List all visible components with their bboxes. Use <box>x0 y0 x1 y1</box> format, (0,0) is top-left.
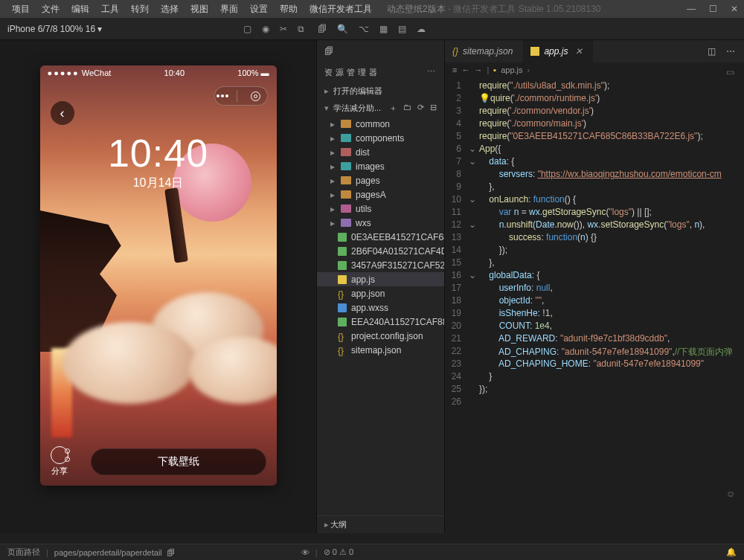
file-2B6F04A015271CAF4D...[interactable]: 2B6F04A015271CAF4D... <box>317 244 444 258</box>
menu-工具[interactable]: 工具 <box>95 1 125 17</box>
record-icon[interactable]: ◉ <box>262 24 269 34</box>
wallpaper-lava <box>51 348 72 437</box>
file-app.wxss[interactable]: app.wxss <box>317 300 444 315</box>
git-icon[interactable]: ⌥ <box>359 24 369 34</box>
menu-项目[interactable]: 项目 <box>6 1 36 17</box>
open-editors-section[interactable]: ▸打开的编辑器 <box>317 83 444 100</box>
wallpaper-cliff <box>40 210 126 352</box>
menu-界面[interactable]: 界面 <box>214 1 244 17</box>
menu-转到[interactable]: 转到 <box>125 1 155 17</box>
new-folder-icon[interactable]: 🗀 <box>403 103 411 114</box>
breadcrumb[interactable]: ≡ ← → | ▪ app.js › <box>445 62 744 77</box>
folder-images[interactable]: ▸images <box>317 159 444 173</box>
folder-utils[interactable]: ▸utils <box>317 202 444 216</box>
file-app.json[interactable]: {}app.json <box>317 286 444 300</box>
carrier-label: ●●●●● WeChat <box>48 68 112 77</box>
mute-icon[interactable]: ✂ <box>280 24 287 34</box>
folder-wxs[interactable]: ▸wxs <box>317 216 444 230</box>
detach-icon[interactable]: ⧉ <box>298 24 304 34</box>
list-icon: ≡ <box>452 65 457 74</box>
menu-文件[interactable]: 文件 <box>36 1 65 17</box>
phone-simulator[interactable]: ●●●●● WeChat 10:40 100% ▬ ‹ 10:40 10月14日… <box>40 65 277 486</box>
notifications-icon[interactable]: 🔔 <box>726 547 737 557</box>
device-selector[interactable]: iPhone 6/7/8 100% 16 ▾ <box>7 24 102 34</box>
status-bar: 页面路径 | pages/paperdetail/paperdetail 🗐 👁… <box>0 544 744 560</box>
cloud-icon[interactable]: ☁ <box>417 24 426 34</box>
folder-pages[interactable]: ▸pages <box>317 173 444 187</box>
more-actions-icon[interactable]: ⋯ <box>726 46 735 57</box>
close-button[interactable]: ✕ <box>731 4 738 14</box>
explorer-title: 资源管理器 <box>324 67 380 78</box>
collapse-icon[interactable]: ⊟ <box>430 103 437 114</box>
feedback-icon[interactable]: ☺ <box>726 489 738 501</box>
copy-route-icon[interactable]: 🗐 <box>167 548 175 557</box>
capsule-close-icon <box>251 91 260 101</box>
split-editor-icon[interactable]: ◫ <box>708 46 716 57</box>
status-time: 10:40 <box>164 68 185 77</box>
editor-tabs: {}sitemap.jsonapp.js✕◫⋯ <box>445 40 744 62</box>
explorer-panel: 🗐 资源管理器 ⋯ ▸打开的编辑器 ▾学法减分助... ＋ 🗀 ⟳ ⊟ ▸com… <box>316 40 445 533</box>
menu-微信开发者工具[interactable]: 微信开发者工具 <box>304 1 378 17</box>
menu-编辑[interactable]: 编辑 <box>65 1 95 17</box>
menubar: 项目文件编辑工具转到选择视图界面设置帮助微信开发者工具 <box>6 1 378 17</box>
file-3457A9F315271CAF52...[interactable]: 3457A9F315271CAF52... <box>317 258 444 272</box>
nav-back-icon[interactable]: ← <box>461 65 469 74</box>
capsule-menu-icon <box>221 94 224 97</box>
new-file-icon[interactable]: ＋ <box>389 103 397 114</box>
tab-sitemap.json[interactable]: {}sitemap.json <box>445 40 523 62</box>
file-tree: ▸common▸components▸dist▸images▸pages▸pag… <box>317 117 444 515</box>
file-0E3AEEB415271CAF68...[interactable]: 0E3AEEB415271CAF68... <box>317 230 444 244</box>
menu-帮助[interactable]: 帮助 <box>274 1 304 17</box>
menu-选择[interactable]: 选择 <box>155 1 185 17</box>
simulator-panel: ●●●●● WeChat 10:40 100% ▬ ‹ 10:40 10月14日… <box>0 40 316 533</box>
battery-label: 100% ▬ <box>237 68 269 77</box>
search-icon[interactable]: 🔍 <box>337 24 348 34</box>
files-tab-icon[interactable]: 🗐 <box>324 46 333 57</box>
route-label: 页面路径 <box>7 547 40 558</box>
titlebar: 项目文件编辑工具转到选择视图界面设置帮助微信开发者工具 动态壁纸2版本 - 微信… <box>0 0 744 18</box>
file-project.config.json[interactable]: {}project.config.json <box>317 329 444 343</box>
refresh-icon[interactable]: ⟳ <box>417 103 424 114</box>
extensions-icon[interactable]: ▦ <box>379 24 388 34</box>
code-editor[interactable]: 1234567891011121314151617181920212223242… <box>445 77 744 533</box>
download-button[interactable]: 下载壁纸 <box>91 448 266 475</box>
editor-panel: {}sitemap.jsonapp.js✕◫⋯ ≡ ← → | ▪ app.js… <box>445 40 744 533</box>
folder-dist[interactable]: ▸dist <box>317 145 444 159</box>
capsule-menu[interactable] <box>214 86 268 106</box>
problems-status[interactable]: ⊘ 0 ⚠ 0 <box>324 547 353 557</box>
tab-app.js[interactable]: app.js✕ <box>523 40 593 62</box>
folder-components[interactable]: ▸components <box>317 131 444 145</box>
page-route[interactable]: pages/paperdetail/paperdetail <box>54 548 162 557</box>
file-app.js[interactable]: app.js <box>317 272 444 286</box>
outline-section[interactable]: ▸大纲 <box>317 515 444 533</box>
folder-common[interactable]: ▸common <box>317 117 444 131</box>
file-EEA240A115271CAF88...[interactable]: EEA240A115271CAF88... <box>317 315 444 329</box>
minimap-toggle-icon[interactable]: ▭ <box>726 67 738 79</box>
layout-icon[interactable]: ▤ <box>398 24 406 34</box>
back-button[interactable]: ‹ <box>51 101 74 125</box>
nav-forward-icon[interactable]: → <box>474 65 482 74</box>
menu-视图[interactable]: 视图 <box>185 1 214 17</box>
file-sitemap.json[interactable]: {}sitemap.json <box>317 343 444 357</box>
files-icon[interactable]: 🗐 <box>318 24 327 34</box>
explorer-menu-icon[interactable]: ⋯ <box>427 67 437 78</box>
toolbar: iPhone 6/7/8 100% 16 ▾ ▢ ◉ ✂ ⧉ 🗐 🔍 ⌥ ▦ ▤… <box>0 18 744 40</box>
share-button[interactable]: 分享 <box>51 446 68 477</box>
close-tab-icon[interactable]: ✕ <box>575 46 583 57</box>
lock-date: 10月14日 <box>40 176 277 191</box>
project-section[interactable]: ▾学法减分助... ＋ 🗀 ⟳ ⊟ <box>317 100 444 117</box>
folder-pagesA[interactable]: ▸pagesA <box>317 187 444 202</box>
share-icon <box>51 446 68 464</box>
maximize-button[interactable]: ☐ <box>709 4 717 14</box>
window-title: 动态壁纸2版本 - 微信开发者工具 Stable 1.05.2108130 <box>387 3 600 16</box>
lock-time: 10:40 <box>40 131 277 176</box>
device-rotate-icon[interactable]: ▢ <box>243 24 251 34</box>
preview-mode-icon[interactable]: 👁 <box>301 548 310 557</box>
menu-设置[interactable]: 设置 <box>244 1 274 17</box>
minimize-button[interactable]: — <box>687 4 696 14</box>
